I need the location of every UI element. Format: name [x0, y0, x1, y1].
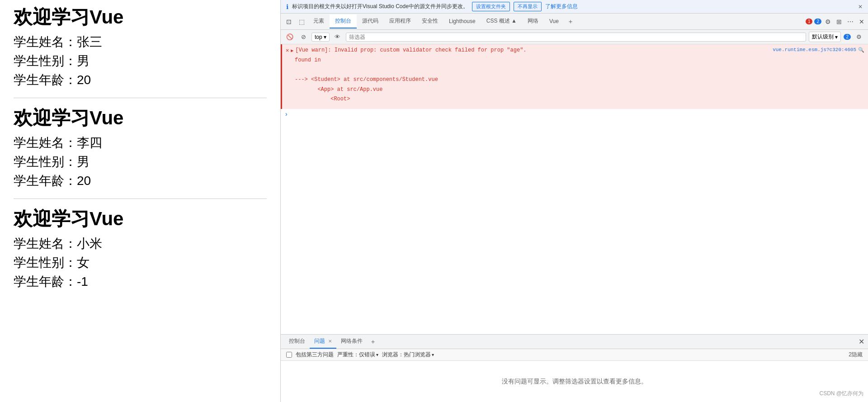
- filter-icon[interactable]: ⊘: [298, 32, 309, 43]
- student-gender-1: 学生性别：男: [14, 52, 267, 70]
- error-stack-line-4: <Root>: [295, 95, 864, 104]
- dropdown-arrow-icon: ▾: [324, 34, 326, 40]
- student-gender-3: 学生性别：女: [14, 254, 267, 271]
- devtools-panel: ℹ 标识项目的根文件夹以好打开Visual Studio Code中的源文件并同…: [280, 0, 868, 402]
- devtools-tab-bar: ⊡ ⬚ 元素 控制台 源代码 应用程序 安全性 Lighthouse CSS 概…: [281, 14, 868, 30]
- add-bottom-tab-icon[interactable]: ＋: [367, 338, 379, 346]
- error-x-icon: ✕: [286, 47, 289, 54]
- student-block-1: 欢迎学习Vue 学生姓名：张三 学生性别：男 学生年龄：20: [14, 5, 267, 89]
- customize-icon[interactable]: ⊞: [835, 16, 844, 27]
- set-root-folder-button[interactable]: 设置根文件夹: [472, 2, 510, 11]
- welcome-title-2: 欢迎学习Vue: [14, 105, 267, 131]
- level-label: 默认级别: [812, 33, 834, 41]
- browser-label: 浏览器：热门浏览器: [382, 351, 431, 359]
- info-icon: ℹ: [286, 3, 288, 10]
- level-dropdown[interactable]: 默认级别 ▾: [809, 32, 841, 42]
- context-label: top: [315, 34, 322, 40]
- warning-badge: 2: [814, 19, 821, 24]
- info-bar: ℹ 标识项目的根文件夹以好打开Visual Studio Code中的源文件并同…: [281, 0, 868, 14]
- tab-console[interactable]: 控制台: [330, 14, 357, 28]
- error-message-text: [Vue warn]: Invalid prop: custom validat…: [295, 47, 771, 53]
- browser-caret-icon: ▾: [432, 352, 434, 357]
- close-bottom-panel-icon[interactable]: ✕: [859, 337, 864, 346]
- tab-security[interactable]: 安全性: [416, 14, 443, 28]
- student-age-1: 学生年龄：20: [14, 71, 267, 89]
- issues-filter-bar: 包括第三方问题 严重性：仅错误 ▾ 浏览器：热门浏览器 ▾ 2隐藏: [281, 349, 868, 361]
- error-stack-line-1: found in: [295, 56, 864, 66]
- student-name-3: 学生姓名：小米: [14, 235, 267, 252]
- divider-1: [14, 98, 267, 98]
- bottom-panel: 控制台 问题 ✕ 网络条件 ＋ ✕ 包括第三方问题 严重性：仅错误 ▾ 浏览器：…: [281, 334, 868, 402]
- message-count: 2: [844, 34, 851, 40]
- severity-caret-icon: ▾: [376, 352, 378, 357]
- hidden-count: 2隐藏: [849, 351, 863, 359]
- page-content: 欢迎学习Vue 学生姓名：张三 学生性别：男 学生年龄：20 欢迎学习Vue 学…: [0, 0, 280, 402]
- tab-bar-right: 1 2 ⚙ ⊞ ⋯ ✕: [806, 16, 866, 27]
- student-block-2: 欢迎学习Vue 学生姓名：李四 学生性别：男 学生年龄：20: [14, 105, 267, 189]
- tab-network[interactable]: 网络: [522, 14, 544, 28]
- welcome-title-3: 欢迎学习Vue: [14, 206, 267, 232]
- watermark-text: CSDN @忆亦何为: [819, 390, 863, 397]
- console-toolbar: 🚫 ⊘ top ▾ 👁 默认级别 ▾ 2 ⚙: [281, 30, 868, 44]
- issues-tab-close-icon[interactable]: ✕: [328, 339, 332, 344]
- severity-dropdown[interactable]: 严重性：仅错误 ▾: [337, 351, 378, 359]
- student-age-3: 学生年龄：-1: [14, 273, 267, 290]
- console-filter-input[interactable]: [346, 33, 807, 42]
- error-stack-line-2: ---> <Student> at src/components/Student…: [295, 75, 864, 85]
- error-stack-line-3: <App> at src/App.vue: [295, 85, 864, 95]
- error-source-link[interactable]: vue.runtime.esm.js?c320:4605: [773, 47, 856, 52]
- issues-tab-label: 问题: [314, 338, 325, 344]
- bottom-tab-issues[interactable]: 问题 ✕: [310, 335, 336, 349]
- learn-more-link[interactable]: 了解更多信息: [545, 3, 578, 10]
- error-stack-spacer: [295, 66, 864, 76]
- tab-lighthouse[interactable]: Lighthouse: [443, 15, 481, 28]
- tab-application[interactable]: 应用程序: [384, 14, 416, 28]
- third-party-label: 包括第三方问题: [296, 351, 334, 359]
- tab-elements[interactable]: 元素: [308, 14, 330, 28]
- info-bar-close-icon[interactable]: ✕: [858, 4, 863, 10]
- console-output: ✕ ▶ [Vue warn]: Invalid prop: custom val…: [281, 44, 868, 334]
- bottom-tab-bar: 控制台 问题 ✕ 网络条件 ＋ ✕: [281, 335, 868, 349]
- student-block-3: 欢迎学习Vue 学生姓名：小米 学生性别：女 学生年龄：-1: [14, 206, 267, 290]
- student-name-2: 学生姓名：李四: [14, 134, 267, 151]
- count-badge: 2: [844, 34, 851, 40]
- watermark: CSDN @忆亦何为: [819, 390, 863, 397]
- info-bar-text: 标识项目的根文件夹以好打开Visual Studio Code中的源文件并同步更…: [292, 3, 468, 10]
- error-header: ✕ ▶ [Vue warn]: Invalid prop: custom val…: [286, 47, 864, 54]
- dont-show-again-button[interactable]: 不再显示: [514, 2, 542, 11]
- divider-2: [14, 199, 267, 199]
- student-age-2: 学生年龄：20: [14, 172, 267, 189]
- no-issues-area: 没有问题可显示。调整筛选器设置以查看更多信息。: [281, 361, 868, 402]
- tab-css-overview[interactable]: CSS 概述 ▲: [481, 14, 522, 28]
- level-arrow-icon: ▾: [835, 34, 838, 40]
- error-expand-icon[interactable]: ▶: [291, 48, 293, 53]
- severity-label: 严重性：仅错误: [337, 351, 375, 359]
- device-mode-icon[interactable]: ⊡: [283, 15, 295, 28]
- settings-icon[interactable]: ⚙: [823, 16, 833, 27]
- more-options-icon[interactable]: ⋯: [845, 16, 855, 27]
- eye-icon[interactable]: 👁: [332, 32, 343, 43]
- add-tab-icon[interactable]: ＋: [564, 15, 577, 28]
- close-devtools-icon[interactable]: ✕: [857, 16, 866, 27]
- error-badge: 1: [806, 19, 813, 24]
- error-body: found in ---> <Student> at src/component…: [286, 54, 864, 106]
- bottom-tab-console[interactable]: 控制台: [284, 335, 310, 349]
- context-dropdown[interactable]: top ▾: [311, 33, 330, 42]
- welcome-title-1: 欢迎学习Vue: [14, 5, 267, 30]
- student-gender-2: 学生性别：男: [14, 153, 267, 170]
- no-issues-text: 没有问题可显示。调整筛选器设置以查看更多信息。: [502, 378, 647, 386]
- clear-console-icon[interactable]: 🚫: [284, 32, 295, 43]
- tab-vue[interactable]: Vue: [544, 15, 564, 28]
- tab-sources[interactable]: 源代码: [357, 14, 384, 28]
- console-more-arrow[interactable]: ›: [281, 109, 868, 120]
- inspect-icon[interactable]: ⬚: [295, 15, 308, 28]
- browser-dropdown[interactable]: 浏览器：热门浏览器 ▾: [382, 351, 434, 359]
- search-icon[interactable]: 🔍: [858, 47, 864, 53]
- bottom-tab-network-conditions[interactable]: 网络条件: [336, 335, 367, 349]
- console-error-entry: ✕ ▶ [Vue warn]: Invalid prop: custom val…: [281, 44, 868, 109]
- console-settings-icon[interactable]: ⚙: [854, 32, 864, 43]
- student-name-1: 学生姓名：张三: [14, 33, 267, 51]
- third-party-checkbox[interactable]: [286, 352, 292, 358]
